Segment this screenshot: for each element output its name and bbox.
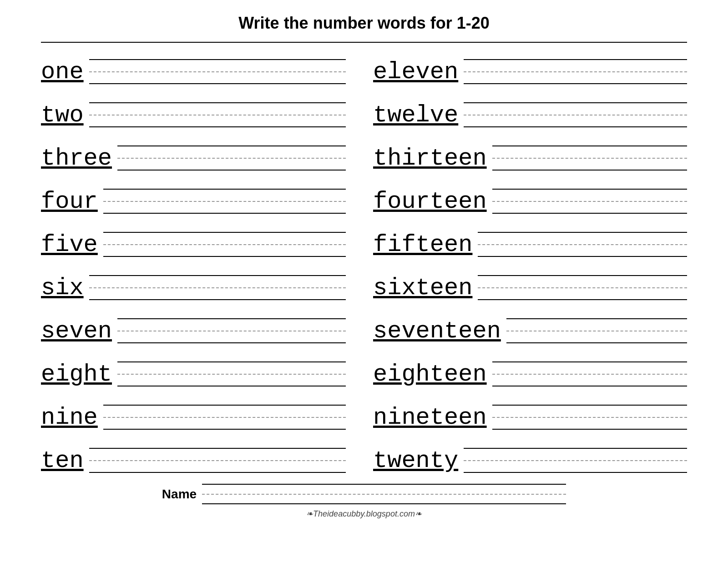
writing-area-twelve[interactable] xyxy=(464,102,687,129)
list-item: two xyxy=(41,86,364,129)
list-item: fourteen xyxy=(364,172,687,216)
writing-area-six[interactable] xyxy=(89,275,346,302)
writing-area-twenty[interactable] xyxy=(464,448,687,475)
word-label-nineteen: nineteen xyxy=(373,406,487,432)
list-item: ten xyxy=(41,432,364,475)
writing-area-three[interactable] xyxy=(117,146,346,172)
writing-area-nineteen[interactable] xyxy=(492,405,687,432)
writing-area-fifteen[interactable] xyxy=(478,232,687,259)
worksheet-page: Write the number words for 1-20 one two xyxy=(23,0,705,532)
writing-area-eleven[interactable] xyxy=(464,59,687,86)
name-row: Name xyxy=(41,475,687,509)
word-label-ten: ten xyxy=(41,449,84,475)
word-label-nine: nine xyxy=(41,406,98,432)
word-label-thirteen: thirteen xyxy=(373,147,487,172)
word-label-five: five xyxy=(41,233,98,259)
word-label-twenty: twenty xyxy=(373,449,458,475)
name-label: Name xyxy=(162,487,197,502)
list-item: one xyxy=(41,43,364,86)
word-label-seventeen: seventeen xyxy=(373,320,501,345)
page-title: Write the number words for 1-20 xyxy=(41,14,687,33)
word-label-fourteen: fourteen xyxy=(373,190,487,216)
list-item: sixteen xyxy=(364,259,687,302)
word-label-eleven: eleven xyxy=(373,60,458,86)
word-label-eighteen: eighteen xyxy=(373,363,487,388)
word-label-one: one xyxy=(41,60,84,86)
list-item: seventeen xyxy=(364,302,687,345)
writing-area-seventeen[interactable] xyxy=(506,318,687,345)
list-item: nine xyxy=(41,388,364,432)
writing-area-five[interactable] xyxy=(103,232,346,259)
right-column: eleven twelve xyxy=(364,43,687,475)
word-label-seven: seven xyxy=(41,320,112,345)
word-label-three: three xyxy=(41,147,112,172)
word-label-twelve: twelve xyxy=(373,104,458,129)
word-label-two: two xyxy=(41,104,84,129)
list-item: thirteen xyxy=(364,129,687,172)
writing-area-eighteen[interactable] xyxy=(492,361,687,388)
list-item: six xyxy=(41,259,364,302)
list-item: fifteen xyxy=(364,216,687,259)
name-writing-area[interactable] xyxy=(202,484,566,504)
list-item: nineteen xyxy=(364,388,687,432)
writing-area-one[interactable] xyxy=(89,59,346,86)
footer-text: ❧Theideacubby.blogspot.com❧ xyxy=(41,509,687,523)
writing-area-four[interactable] xyxy=(103,189,346,216)
list-item: five xyxy=(41,216,364,259)
writing-area-thirteen[interactable] xyxy=(492,146,687,172)
word-label-six: six xyxy=(41,276,84,302)
word-label-eight: eight xyxy=(41,363,112,388)
list-item: three xyxy=(41,129,364,172)
writing-area-ten[interactable] xyxy=(89,448,346,475)
word-label-sixteen: sixteen xyxy=(373,276,472,302)
list-item: eighteen xyxy=(364,345,687,388)
list-item: seven xyxy=(41,302,364,345)
writing-area-seven[interactable] xyxy=(117,318,346,345)
word-label-four: four xyxy=(41,190,98,216)
writing-area-nine[interactable] xyxy=(103,405,346,432)
writing-area-fourteen[interactable] xyxy=(492,189,687,216)
list-item: twelve xyxy=(364,86,687,129)
writing-area-sixteen[interactable] xyxy=(478,275,687,302)
writing-area-two[interactable] xyxy=(89,102,346,129)
left-column: one two xyxy=(41,43,364,475)
word-grid: one two xyxy=(41,43,687,475)
word-label-fifteen: fifteen xyxy=(373,233,472,259)
writing-area-eight[interactable] xyxy=(117,361,346,388)
list-item: twenty xyxy=(364,432,687,475)
list-item: four xyxy=(41,172,364,216)
list-item: eight xyxy=(41,345,364,388)
list-item: eleven xyxy=(364,43,687,86)
